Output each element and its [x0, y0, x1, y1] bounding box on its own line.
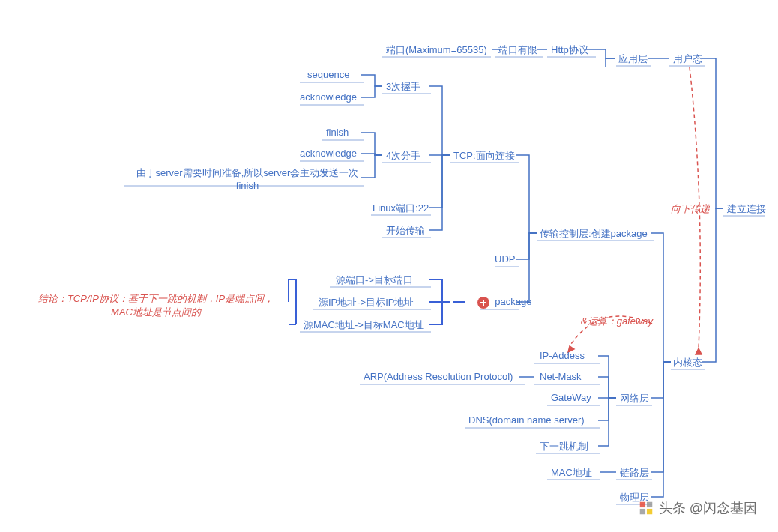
node-ack1: acknowledge [300, 91, 357, 103]
layer-transport: 传输控制层:创建package [540, 227, 648, 241]
node-mac: MAC地址 [551, 466, 592, 480]
node-pkg-port: 源端口->目标端口 [336, 273, 413, 287]
node-finish: finish [326, 127, 349, 138]
layer-kernel: 内核态 [673, 356, 702, 369]
layer-link: 链路层 [620, 466, 649, 480]
logo-icon [638, 500, 654, 516]
node-udp: UDP [495, 253, 515, 265]
node-ack2: acknowledge [300, 148, 357, 159]
node-linux-port: Linux端口:22 [373, 202, 429, 215]
node-nexthop: 下一跳机制 [540, 440, 588, 453]
annotation-down-pass: 向下传递 [671, 202, 710, 216]
node-sequence: sequence [307, 69, 349, 80]
layer-user: 用户态 [673, 52, 702, 66]
watermark-text: 头条 @闪念基因 [659, 499, 757, 517]
node-dns: DNS(domain name server) [468, 414, 585, 426]
node-gateway: GateWay [551, 392, 591, 403]
package-label: package [495, 296, 531, 307]
node-tcp: TCP:面向连接 [453, 149, 515, 163]
svg-rect-35 [639, 509, 645, 514]
svg-rect-36 [647, 509, 652, 514]
node-arp: ARP(Address Resolution Protocol) [364, 371, 513, 382]
root-node: 建立连接 [727, 202, 766, 216]
node-start-tx: 开始传输 [386, 224, 425, 238]
node-port-limit: 端口有限 [498, 43, 537, 57]
node-http: Http协议 [551, 43, 588, 57]
svg-rect-33 [639, 502, 645, 507]
svg-rect-34 [647, 502, 652, 507]
node-finhand: 4次分手 [386, 149, 420, 163]
node-handshake: 3次握手 [386, 80, 420, 94]
node-ip: IP-Addess [540, 350, 585, 361]
node-pkg-mac: 源MAC地址->目标MAC地址 [304, 318, 424, 332]
node-netmask: Net-Mask [540, 371, 582, 382]
watermark: 头条 @闪念基因 [638, 499, 757, 517]
node-package: package [477, 296, 531, 309]
expand-icon[interactable] [477, 297, 489, 309]
node-port-max: 端口(Maximum=65535) [386, 43, 487, 57]
node-pkg-ip: 源IP地址->目标IP地址 [319, 296, 414, 309]
layer-network: 网络层 [620, 392, 649, 405]
node-server-finish: 由于server需要时间准备,所以server会主动发送一次finish [127, 166, 367, 191]
annotation-gateway-op: &运算：gateway [581, 315, 653, 328]
annotation-conclusion: 结论：TCP/IP协议：基于下一跳的机制，IP是端点间，MAC地址是节点间的 [28, 292, 283, 319]
layer-app: 应用层 [618, 52, 648, 66]
